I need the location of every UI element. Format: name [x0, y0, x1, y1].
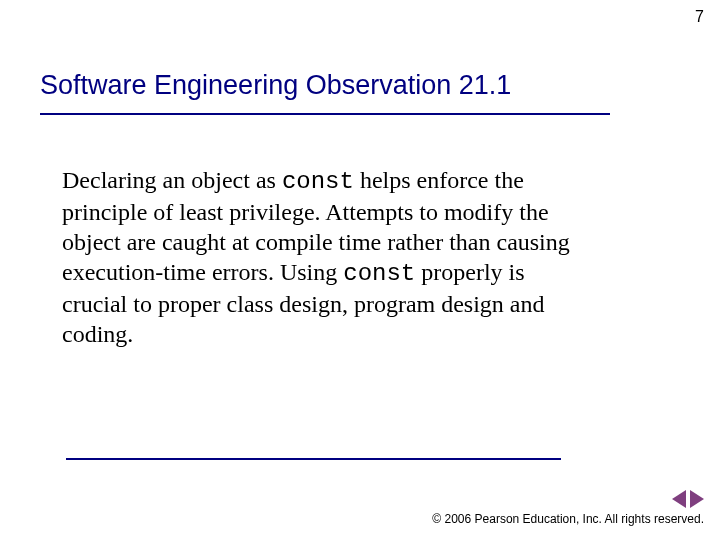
title-underline: [40, 113, 610, 115]
body-text-part: Declaring an object as: [62, 167, 282, 193]
page-number: 7: [695, 8, 704, 26]
body-underline: [66, 458, 561, 460]
keyword-const: const: [282, 168, 354, 195]
slide: 7 Software Engineering Observation 21.1 …: [0, 0, 720, 540]
body-text: Declaring an object as const helps enfor…: [62, 165, 592, 349]
slide-title: Software Engineering Observation 21.1: [40, 70, 680, 101]
next-slide-icon[interactable]: [690, 490, 704, 508]
keyword-const: const: [343, 260, 415, 287]
copyright-footer: © 2006 Pearson Education, Inc. All right…: [432, 512, 704, 526]
prev-slide-icon[interactable]: [672, 490, 686, 508]
slide-nav: [672, 490, 704, 508]
